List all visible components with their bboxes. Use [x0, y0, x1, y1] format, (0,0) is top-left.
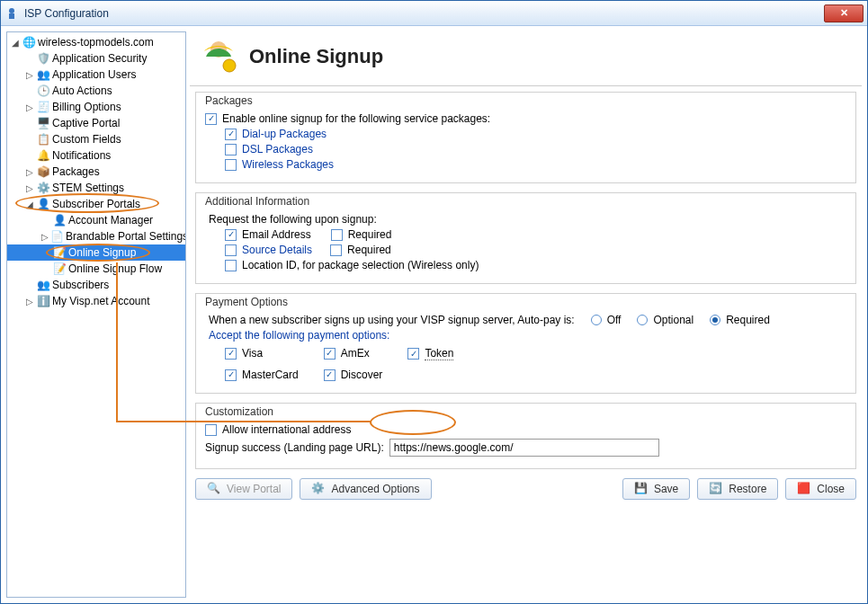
packages-panel: Packages Enable online signup for the fo…	[195, 92, 856, 183]
tree-item-stem[interactable]: ▷⚙️STEM Settings	[7, 180, 185, 196]
title-bar: ISP Configuration ✕	[1, 1, 867, 26]
packages-label: Packages	[205, 94, 846, 107]
close-icon: 🟥	[797, 482, 811, 496]
app-icon	[4, 6, 19, 21]
nav-tree[interactable]: ◢🌐wireless-topmodels.com 🛡️Application S…	[6, 31, 186, 598]
restore-icon: 🔄	[709, 482, 723, 496]
svg-rect-1	[9, 13, 14, 19]
main-content: Online Signup Packages Enable online sig…	[190, 31, 862, 598]
button-bar: 🔍View Portal ⚙️Advanced Options 💾Save 🔄R…	[190, 475, 862, 505]
dsl-checkbox[interactable]	[225, 144, 237, 155]
advanced-options-button[interactable]: ⚙️Advanced Options	[300, 478, 431, 500]
email-checkbox[interactable]	[225, 229, 237, 241]
tree-item-online-signup[interactable]: 📝Online Signup	[7, 244, 185, 261]
window-close-button[interactable]: ✕	[824, 4, 864, 22]
customization-label: Customization	[205, 405, 846, 418]
enable-signup-checkbox[interactable]	[205, 113, 217, 125]
email-required-checkbox[interactable]	[331, 229, 343, 241]
dsl-link[interactable]: DSL Packages	[242, 143, 313, 155]
tree-item-myvisp[interactable]: ▷ℹ️My Visp.net Account	[7, 293, 185, 309]
discover-checkbox[interactable]	[324, 369, 336, 381]
tree-item-account-manager[interactable]: 👤Account Manager	[7, 212, 185, 228]
svg-point-3	[223, 59, 236, 72]
page-header: Online Signup	[190, 31, 862, 86]
view-portal-button[interactable]: 🔍View Portal	[195, 478, 292, 500]
save-button[interactable]: 💾Save	[622, 478, 690, 500]
tree-item-appsec[interactable]: 🛡️Application Security	[7, 50, 185, 67]
additional-info-label: Additional Information	[205, 195, 846, 208]
tree-root[interactable]: ◢🌐wireless-topmodels.com	[7, 34, 185, 50]
close-button[interactable]: 🟥Close	[785, 478, 856, 500]
search-icon: 🔍	[207, 482, 221, 496]
page-title-icon	[197, 35, 240, 78]
autopay-off-radio[interactable]	[591, 315, 602, 325]
tree-item-billing[interactable]: ▷🧾Billing Options	[7, 99, 185, 115]
token-checkbox[interactable]	[407, 348, 419, 360]
intl-address-checkbox[interactable]	[205, 424, 217, 436]
locationid-checkbox[interactable]	[225, 260, 237, 271]
tree-item-customfields[interactable]: 📋Custom Fields	[7, 131, 185, 147]
wireless-link[interactable]: Wireless Packages	[242, 158, 334, 171]
payment-options-panel: Payment Options When a new subscriber si…	[195, 293, 856, 394]
additional-info-panel: Additional Information Request the follo…	[195, 192, 856, 284]
source-checkbox[interactable]	[225, 244, 237, 256]
wireless-checkbox[interactable]	[225, 159, 237, 171]
tree-item-packages[interactable]: ▷📦Packages	[7, 164, 185, 180]
tree-item-online-signup-flow[interactable]: 📝Online Signup Flow	[7, 261, 185, 277]
tree-item-subscribers[interactable]: 👥Subscribers	[7, 277, 185, 293]
request-label: Request the following upon signup:	[209, 213, 846, 226]
landing-url-input[interactable]	[389, 439, 659, 457]
tree-item-captive[interactable]: 🖥️Captive Portal	[7, 115, 185, 131]
mastercard-checkbox[interactable]	[225, 369, 237, 381]
enable-signup-label: Enable online signup for the following s…	[222, 112, 490, 125]
autopay-optional-radio[interactable]	[637, 315, 648, 325]
landing-url-label: Signup success (Landing page URL):	[205, 441, 384, 454]
source-link[interactable]: Source Details	[242, 244, 312, 256]
tree-item-subscriber-portals[interactable]: ◢👤Subscriber Portals	[7, 196, 185, 212]
svg-point-0	[9, 8, 14, 13]
save-icon: 💾	[634, 482, 649, 496]
tree-item-autoactions[interactable]: 🕒Auto Actions	[7, 83, 185, 99]
tree-item-notifications[interactable]: 🔔Notifications	[7, 147, 185, 164]
page-title: Online Signup	[249, 45, 383, 68]
accept-payment-label: Accept the following payment options:	[209, 329, 846, 342]
gear-icon: ⚙️	[311, 482, 326, 496]
amex-checkbox[interactable]	[324, 348, 336, 360]
autopay-required-radio[interactable]	[710, 315, 720, 325]
dialup-link[interactable]: Dial-up Packages	[242, 128, 327, 140]
customization-panel: Customization Allow international addres…	[195, 403, 856, 469]
visa-checkbox[interactable]	[225, 348, 237, 360]
window-title: ISP Configuration	[24, 7, 824, 20]
dialup-checkbox[interactable]	[225, 129, 237, 140]
tree-item-appusers[interactable]: ▷👥Application Users	[7, 67, 185, 83]
restore-button[interactable]: 🔄Restore	[697, 478, 778, 500]
payment-options-label: Payment Options	[205, 296, 846, 308]
source-required-checkbox[interactable]	[330, 244, 342, 256]
tree-item-brandable-portal[interactable]: ▷📄Brandable Portal Settings	[7, 228, 185, 244]
